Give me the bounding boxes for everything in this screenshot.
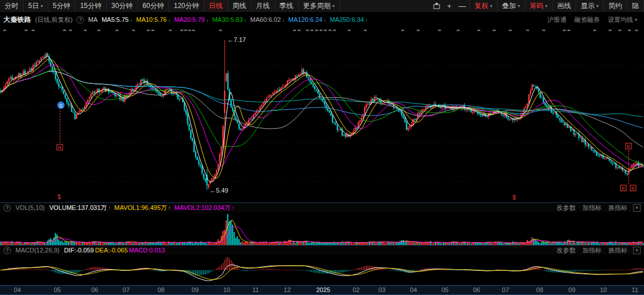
trend-arrow-icon: ↓: [130, 17, 133, 23]
period-weekly[interactable]: 周线: [228, 0, 252, 12]
ma-indicator-label[interactable]: MA: [88, 16, 98, 23]
trend-arrow-icon: ↓: [282, 17, 285, 23]
volume-pane-header: ? VOL(5,10) VOLUME:137.031万↑MAVOL1:96.49…: [0, 202, 644, 212]
period-15min[interactable]: 15分钟: [75, 0, 106, 12]
tool-overlay[interactable]: 叠加▾: [498, 0, 525, 12]
period-120min[interactable]: 120分钟: [169, 0, 204, 12]
high-annotation: ←7.17: [227, 36, 246, 43]
link-add-indicator[interactable]: 加指标: [583, 246, 601, 255]
period-monthly[interactable]: 月线: [252, 0, 275, 12]
volume-values: VOLUME:137.031万↑MAVOL1:96.495万↑MAVOL2:10…: [49, 204, 238, 212]
axis-label-09: 09: [192, 286, 199, 293]
axis-label-08: 08: [157, 286, 164, 293]
axis-label-05: 05: [441, 286, 448, 293]
volume-links: 改参数加指标换指标: [557, 204, 627, 212]
link-margin-trading[interactable]: 融资融券: [574, 16, 600, 24]
trend-arrow-icon: ↑: [108, 205, 111, 211]
help-icon[interactable]: ?: [3, 247, 11, 254]
axis-label-07: 07: [502, 286, 509, 293]
help-icon[interactable]: ?: [3, 204, 11, 212]
period-more-periods[interactable]: 更多周期▾: [299, 0, 340, 12]
zoom-in-icon[interactable]: +: [444, 0, 455, 12]
axis-label-06: 06: [91, 286, 98, 293]
volume-chart[interactable]: [0, 212, 644, 245]
axis-label-02: 02: [353, 286, 360, 293]
trend-arrow-icon: ↓: [365, 17, 368, 23]
info-right-links: 沪股通融资融券设置均线▾: [547, 16, 641, 24]
popout-window-icon[interactable]: [430, 0, 444, 12]
ma-value-1: MA10:5.76: [136, 16, 167, 23]
candlestick-chart[interactable]: [0, 26, 644, 202]
link-add-indicator[interactable]: 加指标: [583, 204, 601, 212]
tool-display[interactable]: 显示▾: [576, 0, 604, 12]
help-icon[interactable]: ?: [76, 16, 84, 24]
macd-value-1: DEA:-0.065: [95, 247, 128, 254]
axis-label-03: 03: [379, 286, 385, 293]
link-switch-indicator[interactable]: 换指标: [608, 204, 627, 212]
trend-arrow-icon: ↑: [168, 205, 171, 211]
chevron-down-icon: ▾: [635, 17, 637, 22]
trend-arrow-icon: ↓: [206, 17, 209, 23]
period-daily[interactable]: 日线: [205, 0, 228, 12]
tool-draw-line[interactable]: 画线: [553, 0, 576, 12]
tool-adjust[interactable]: 复权▾: [470, 0, 498, 12]
chevron-down-icon: ▾: [41, 3, 43, 9]
link-hgt[interactable]: 沪股通: [547, 16, 566, 24]
tool-simple[interactable]: 简约: [604, 0, 627, 12]
chevron-down-icon: ▾: [545, 3, 547, 9]
time-axis[interactable]: 0405060708091011122025020304050607080910…: [0, 285, 644, 295]
axis-label-11: 11: [632, 286, 638, 293]
link-switch-indicator[interactable]: 换指标: [608, 246, 627, 255]
period-5day[interactable]: 5日▾: [24, 0, 48, 12]
link-ma-settings[interactable]: 设置均线▾: [608, 16, 637, 24]
main-chart-pane: ****************************************…: [0, 26, 644, 202]
chart-mode-label: (日线,前复权): [35, 16, 72, 24]
link-change-params[interactable]: 改参数: [557, 246, 576, 255]
axis-label-09: 09: [568, 286, 575, 293]
tool-hide[interactable]: 隐: [627, 0, 644, 12]
volume-close-icon[interactable]: ×: [633, 204, 641, 212]
period-30min[interactable]: 30分钟: [107, 0, 138, 12]
period-toolbar: 分时5日▾5分钟15分钟30分钟60分钟120分钟日线周线月线季线更多周期▾: [0, 0, 340, 12]
axis-label-10: 10: [223, 286, 230, 293]
axis-label-06: 06: [473, 286, 480, 293]
chevron-down-icon: ▾: [333, 3, 335, 9]
volume-value-0: VOLUME:137.031万: [49, 204, 107, 212]
chevron-down-icon: ▾: [490, 3, 492, 9]
stock-chart-app: 分时5日▾5分钟15分钟30分钟60分钟120分钟日线周线月线季线更多周期▾ +…: [0, 0, 644, 295]
axis-label-08: 08: [536, 286, 543, 293]
tool-chips[interactable]: 筹码▾: [525, 0, 553, 12]
macd-indicator-name[interactable]: MACD(12,26,9): [16, 247, 59, 254]
ma-value-5: MA120:6.24: [288, 16, 322, 23]
tools-toolbar: 复权▾叠加▾筹码▾画线显示▾简约隐: [469, 0, 644, 12]
trend-arrow-icon: ↓: [323, 17, 326, 23]
volume-indicator-name[interactable]: VOL(5,10): [16, 204, 45, 211]
link-change-params[interactable]: 改参数: [557, 204, 576, 212]
axis-label-04: 04: [410, 286, 417, 293]
axis-label-11: 11: [252, 286, 259, 293]
ma-value-0: MA5:5.75: [102, 16, 129, 23]
macd-chart[interactable]: [0, 255, 644, 285]
volume-value-2: MAVOL2:102.034万: [175, 204, 231, 212]
info-bar: 大秦铁路 (日线,前复权) ? MA MA5:5.75↓MA10:5.76↓MA…: [0, 13, 644, 26]
axis-label-2025: 2025: [316, 286, 330, 293]
period-5min[interactable]: 5分钟: [48, 0, 76, 12]
ma-value-2: MA20:5.79: [174, 16, 205, 23]
period-60min[interactable]: 60分钟: [138, 0, 169, 12]
period-quarterly[interactable]: 季线: [275, 0, 299, 12]
trend-arrow-icon: ↓: [244, 17, 247, 23]
chevron-down-icon: ▾: [518, 3, 520, 9]
macd-values: DIF:-0.059DEA:-0.065MACD:0.013: [64, 247, 166, 254]
ma-value-3: MA30:5.83: [212, 16, 242, 23]
trend-arrow-icon: ↓: [168, 17, 171, 23]
ma-value-4: MA60:6.02: [250, 16, 281, 23]
period-timeshare[interactable]: 分时: [0, 0, 24, 12]
macd-chart-pane: [0, 255, 644, 285]
chevron-down-icon: ▾: [596, 3, 599, 9]
macd-pane-header: ? MACD(12,26,9) DIF:-0.059DEA:-0.065MACD…: [0, 245, 644, 255]
top-toolbar: 分时5日▾5分钟15分钟30分钟60分钟120分钟日线周线月线季线更多周期▾ +…: [0, 0, 644, 13]
zoom-out-icon[interactable]: —: [455, 0, 469, 12]
macd-close-icon[interactable]: ×: [633, 247, 641, 254]
axis-label-04: 04: [14, 286, 21, 293]
axis-label-07: 07: [123, 286, 130, 293]
